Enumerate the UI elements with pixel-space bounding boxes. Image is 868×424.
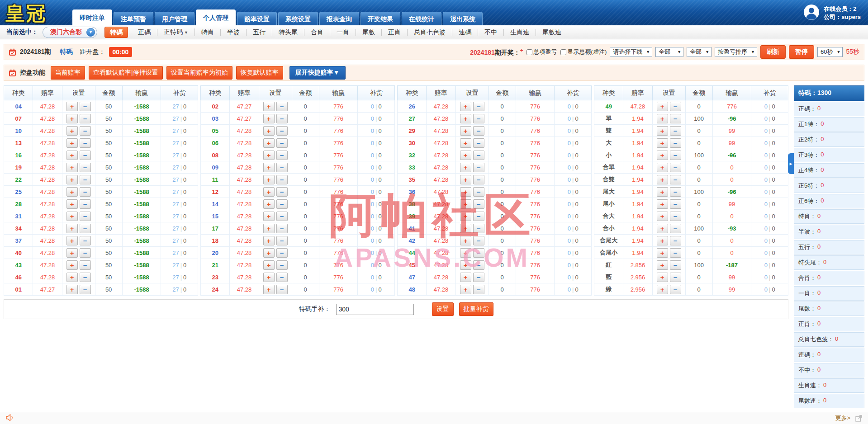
odds-plus-button[interactable]: + — [66, 102, 78, 111]
odds-minus-button[interactable]: − — [473, 151, 484, 160]
odds-plus-button[interactable]: + — [66, 114, 78, 123]
odds-minus-button[interactable]: − — [670, 224, 681, 233]
odds-minus-button[interactable]: − — [80, 102, 91, 111]
odds-plus-button[interactable]: + — [460, 126, 471, 136]
total-pl-checkbox[interactable]: 总项盈亏 — [526, 48, 557, 56]
main-nav-tab[interactable]: 开奖结果 — [360, 12, 400, 25]
play-tab[interactable]: 正碼 — [132, 29, 157, 36]
control-button[interactable]: 设置当前赔率为初始 — [166, 66, 232, 80]
sidebar-stat-item[interactable]: 生肖連：0 — [794, 378, 864, 393]
odds-minus-button[interactable]: − — [473, 199, 484, 209]
show-total-checkbox[interactable]: 显示总额(虚注) — [560, 48, 607, 56]
sidebar-stat-item[interactable]: 正2特：0 — [794, 132, 864, 147]
odds-plus-button[interactable]: + — [657, 163, 668, 172]
play-tab[interactable]: 合肖 — [304, 29, 330, 36]
main-nav-tab[interactable]: 即时注单 — [72, 9, 112, 25]
odds-minus-button[interactable]: − — [276, 273, 288, 282]
play-tab[interactable]: 生肖連 — [504, 29, 536, 36]
sidebar-stat-item[interactable]: 五行：0 — [794, 240, 864, 254]
play-tab[interactable]: 总肖七色波 — [408, 29, 452, 36]
odds-plus-button[interactable]: + — [460, 224, 471, 233]
odds-minus-button[interactable]: − — [473, 285, 484, 294]
odds-minus-button[interactable]: − — [670, 248, 681, 258]
odds-plus-button[interactable]: + — [263, 114, 275, 123]
play-tab[interactable]: 正肖 — [382, 29, 408, 36]
odds-minus-button[interactable]: − — [276, 212, 288, 221]
interval-select[interactable]: 60秒▼ — [817, 47, 843, 57]
odds-minus-button[interactable]: − — [473, 260, 484, 270]
odds-minus-button[interactable]: − — [670, 260, 681, 270]
odds-minus-button[interactable]: − — [473, 138, 484, 148]
play-tab[interactable]: 特肖 — [195, 29, 221, 36]
play-tab[interactable]: 五行 — [247, 29, 272, 36]
odds-plus-button[interactable]: + — [460, 114, 471, 123]
odds-minus-button[interactable]: − — [80, 163, 91, 172]
odds-plus-button[interactable]: + — [657, 199, 668, 209]
odds-plus-button[interactable]: + — [263, 224, 275, 233]
odds-plus-button[interactable]: + — [460, 151, 471, 160]
manual-restock-input[interactable] — [336, 304, 414, 315]
odds-minus-button[interactable]: − — [670, 212, 681, 221]
odds-minus-button[interactable]: − — [670, 114, 681, 123]
odds-minus-button[interactable]: − — [276, 248, 288, 258]
odds-plus-button[interactable]: + — [460, 102, 471, 111]
odds-plus-button[interactable]: + — [263, 151, 275, 160]
odds-minus-button[interactable]: − — [670, 199, 681, 209]
main-nav-tab[interactable]: 退出系统 — [443, 12, 483, 25]
odds-minus-button[interactable]: − — [80, 273, 91, 282]
odds-plus-button[interactable]: + — [66, 163, 78, 172]
odds-minus-button[interactable]: − — [473, 224, 484, 233]
odds-minus-button[interactable]: − — [80, 248, 91, 258]
odds-minus-button[interactable]: − — [80, 151, 91, 160]
odds-minus-button[interactable]: − — [670, 138, 681, 148]
odds-plus-button[interactable]: + — [66, 273, 78, 282]
refresh-button[interactable]: 刷新 — [760, 45, 786, 59]
odds-minus-button[interactable]: − — [473, 273, 484, 282]
sidebar-collapse-handle[interactable]: ▶ — [788, 153, 794, 174]
main-nav-tab[interactable]: 赔率设置 — [237, 12, 277, 25]
odds-plus-button[interactable]: + — [263, 236, 275, 245]
odds-plus-button[interactable]: + — [460, 199, 471, 209]
odds-minus-button[interactable]: − — [473, 175, 484, 184]
odds-plus-button[interactable]: + — [657, 236, 668, 245]
odds-plus-button[interactable]: + — [657, 151, 668, 160]
play-tab[interactable]: 特头尾 — [272, 29, 304, 36]
odds-plus-button[interactable]: + — [263, 138, 275, 148]
odds-plus-button[interactable]: + — [263, 248, 275, 258]
odds-minus-button[interactable]: − — [80, 175, 91, 184]
odds-minus-button[interactable]: − — [276, 138, 288, 148]
sidebar-stat-item[interactable]: 正肖：0 — [794, 317, 864, 331]
odds-minus-button[interactable]: − — [473, 236, 484, 245]
odds-plus-button[interactable]: + — [263, 175, 275, 184]
odds-plus-button[interactable]: + — [460, 260, 471, 270]
sidebar-stat-item[interactable]: 連碼：0 — [794, 348, 864, 362]
odds-plus-button[interactable]: + — [263, 260, 275, 270]
odds-minus-button[interactable]: − — [80, 236, 91, 245]
sidebar-stat-item[interactable]: 总肖七色波：0 — [794, 332, 864, 347]
sidebar-stat-item[interactable]: 不中：0 — [794, 363, 864, 377]
odds-plus-button[interactable]: + — [460, 285, 471, 294]
odds-minus-button[interactable]: − — [276, 187, 288, 197]
odds-plus-button[interactable]: + — [657, 285, 668, 294]
odds-plus-button[interactable]: + — [263, 285, 275, 294]
odds-minus-button[interactable]: − — [670, 163, 681, 172]
odds-plus-button[interactable]: + — [66, 138, 78, 148]
odds-plus-button[interactable]: + — [263, 102, 275, 111]
odds-plus-button[interactable]: + — [263, 163, 275, 172]
chevron-down-icon[interactable]: ▼ — [86, 28, 95, 37]
odds-plus-button[interactable]: + — [66, 224, 78, 233]
sidebar-stat-item[interactable]: 特头尾：0 — [794, 255, 864, 270]
more-link[interactable]: 更多> — [835, 414, 850, 422]
pause-button[interactable]: 暂停 — [789, 45, 814, 59]
odds-plus-button[interactable]: + — [66, 285, 78, 294]
sidebar-stat-item[interactable]: 合肖：0 — [794, 271, 864, 285]
odds-plus-button[interactable]: + — [66, 260, 78, 270]
sidebar-stat-item[interactable]: 正碼：0 — [794, 102, 864, 116]
odds-minus-button[interactable]: − — [670, 273, 681, 282]
control-button[interactable]: 当前赔率 — [51, 66, 85, 80]
sidebar-stat-item[interactable]: 半波：0 — [794, 225, 864, 239]
odds-minus-button[interactable]: − — [473, 248, 484, 258]
filter-select-1[interactable]: 全部▼ — [655, 47, 683, 57]
odds-plus-button[interactable]: + — [460, 163, 471, 172]
sidebar-stat-item[interactable]: 正6特：0 — [794, 194, 864, 208]
